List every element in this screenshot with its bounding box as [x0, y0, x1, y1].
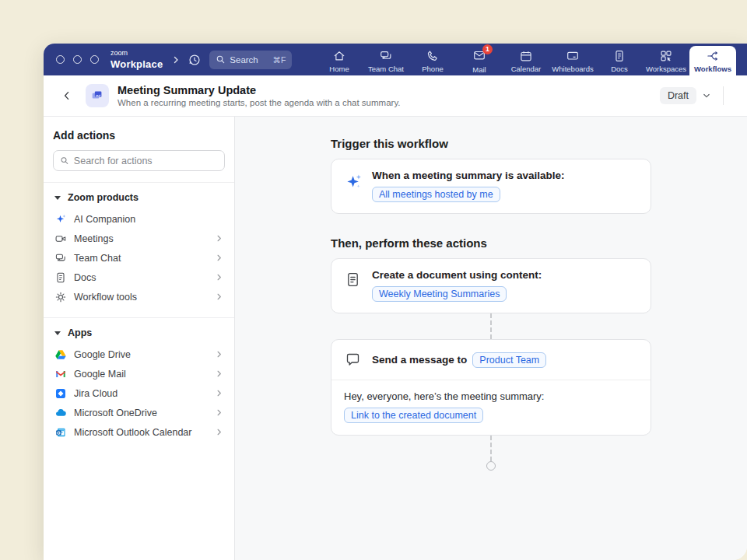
document-link-chip[interactable]: Link to the created document	[344, 408, 483, 423]
ai-sparkle-icon	[342, 170, 372, 202]
search-input[interactable]	[74, 156, 218, 166]
page-title: Meeting Summary Update	[117, 84, 401, 96]
action-title: Create a document using content:	[372, 269, 638, 281]
nav-item-phone[interactable]: Phone	[409, 46, 456, 75]
message-text: Hey, everyone, here’s the meeting summar…	[344, 390, 638, 402]
logo-workplace-text: Workplace	[110, 58, 163, 70]
recipient-chip[interactable]: Product Team	[472, 352, 546, 368]
onedrive-icon	[54, 407, 67, 419]
nav-item-workspaces[interactable]: Workspaces	[643, 46, 689, 75]
action-chip[interactable]: Weekly Meeting Summaries	[372, 286, 507, 302]
window-close-button[interactable]	[56, 55, 65, 64]
search-label: Search	[230, 55, 258, 65]
phone-icon	[426, 49, 440, 63]
nav-items: Home Team Chat Phone 1 Mail Calendar	[316, 46, 747, 75]
docs-icon	[612, 49, 626, 63]
gear-icon	[54, 291, 67, 303]
trigger-card[interactable]: When a meeting summary is available: All…	[331, 159, 651, 214]
triangle-down-icon	[54, 331, 61, 335]
nav-item-more[interactable]: More	[736, 46, 747, 75]
calendar-icon	[519, 49, 533, 63]
mail-badge: 1	[482, 44, 493, 54]
jira-cloud-icon	[54, 387, 67, 400]
chevron-right-icon	[215, 350, 223, 359]
window-minimize-button[interactable]	[73, 55, 82, 64]
action-title: Send a message to	[372, 354, 467, 366]
page-subtitle: When a recurring meeting starts, post th…	[117, 98, 401, 107]
nav-item-home[interactable]: Home	[316, 46, 363, 75]
logo-zoom-text: zoom	[110, 50, 163, 57]
workflows-icon	[706, 49, 720, 63]
document-icon	[342, 269, 372, 302]
meetings-icon	[54, 233, 67, 245]
team-chat-icon	[54, 252, 67, 264]
triangle-down-icon	[54, 196, 61, 200]
back-button[interactable]	[58, 86, 76, 105]
sidebar-item-workflow-tools[interactable]: Workflow tools	[53, 287, 225, 306]
sidebar-item-jira-cloud[interactable]: Jira Cloud	[53, 383, 225, 403]
chevron-right-icon	[215, 389, 223, 397]
search-shortcut: ⌘F	[272, 55, 286, 65]
action-card-send-message[interactable]: Send a message to Product Team Hey, ever…	[331, 339, 651, 436]
chevron-right-icon	[215, 369, 223, 378]
trigger-title: When a meeting summary is available:	[372, 170, 638, 181]
nav-item-mail[interactable]: 1 Mail	[456, 46, 503, 75]
action-card-create-document[interactable]: Create a document using content: Weekly …	[331, 258, 651, 313]
trigger-chip[interactable]: All meetings hosted by me	[372, 187, 500, 202]
workflow-canvas: Trigger this workflow When a meeting sum…	[235, 117, 747, 560]
sidebar-item-google-mail[interactable]: Google Mail	[53, 364, 225, 383]
sidebar-divider	[44, 182, 234, 183]
sidebar-item-meetings[interactable]: Meetings	[53, 229, 225, 248]
dashed-connector	[490, 313, 492, 339]
sidebar-divider	[44, 317, 234, 318]
ai-companion-icon	[54, 213, 67, 226]
status-badge[interactable]: Draft	[660, 87, 696, 104]
chevron-right-icon	[215, 254, 223, 262]
google-mail-icon	[54, 368, 67, 380]
whiteboards-icon	[566, 49, 580, 63]
sidebar-item-google-drive[interactable]: Google Drive	[53, 345, 225, 364]
section-apps[interactable]: Apps	[53, 324, 225, 345]
chevron-right-icon	[215, 428, 223, 436]
section-zoom-products[interactable]: Zoom products	[53, 189, 225, 209]
nav-item-team-chat[interactable]: Team Chat	[363, 46, 409, 75]
chevron-down-icon[interactable]	[701, 90, 712, 101]
search-icon	[60, 156, 69, 166]
nav-item-workflows[interactable]: Workflows	[689, 46, 736, 75]
sidebar-item-microsoft-outlook-calendar[interactable]: Microsoft Outlook Calendar	[53, 422, 225, 442]
global-search[interactable]: Search ⌘F	[209, 51, 292, 69]
chat-bubble-icon	[342, 352, 372, 368]
docs-icon	[54, 271, 67, 284]
sidebar-item-docs[interactable]: Docs	[53, 268, 225, 287]
search-icon	[216, 54, 226, 65]
actions-search[interactable]	[53, 150, 225, 171]
chevron-right-icon	[215, 292, 223, 301]
chevron-right-icon[interactable]	[171, 55, 181, 65]
header-right: Draft	[660, 86, 735, 105]
outlook-calendar-icon	[54, 426, 67, 439]
app-window: zoom Workplace Search ⌘F Home Tea	[44, 44, 747, 560]
zoom-workplace-logo: zoom Workplace	[110, 50, 163, 70]
add-step-node[interactable]	[486, 461, 496, 471]
sidebar-item-microsoft-onedrive[interactable]: Microsoft OneDrive	[53, 403, 225, 422]
dashed-connector	[490, 436, 492, 461]
nav-item-docs[interactable]: Docs	[596, 46, 643, 75]
team-chat-icon	[379, 49, 393, 63]
history-icon[interactable]	[188, 53, 202, 67]
sidebar-item-team-chat[interactable]: Team Chat	[53, 248, 225, 268]
title-block: Meeting Summary Update When a recurring …	[117, 84, 401, 107]
workflow-thumbnail-icon	[86, 84, 109, 107]
workflow-header: Meeting Summary Update When a recurring …	[44, 75, 747, 117]
home-icon	[332, 49, 346, 63]
actions-heading: Then, perform these actions	[331, 236, 651, 250]
chevron-right-icon	[215, 408, 223, 417]
window-maximize-button[interactable]	[90, 55, 99, 64]
top-navigation-bar: zoom Workplace Search ⌘F Home Tea	[44, 44, 747, 75]
window-controls[interactable]	[56, 55, 99, 64]
nav-item-whiteboards[interactable]: Whiteboards	[549, 46, 596, 75]
sidebar-item-ai-companion[interactable]: AI Companion	[53, 209, 225, 229]
nav-item-calendar[interactable]: Calendar	[503, 46, 549, 75]
sidebar-title: Add actions	[53, 129, 225, 142]
google-drive-icon	[54, 348, 67, 361]
add-actions-sidebar: Add actions Zoom products AI Companion M…	[44, 117, 235, 560]
